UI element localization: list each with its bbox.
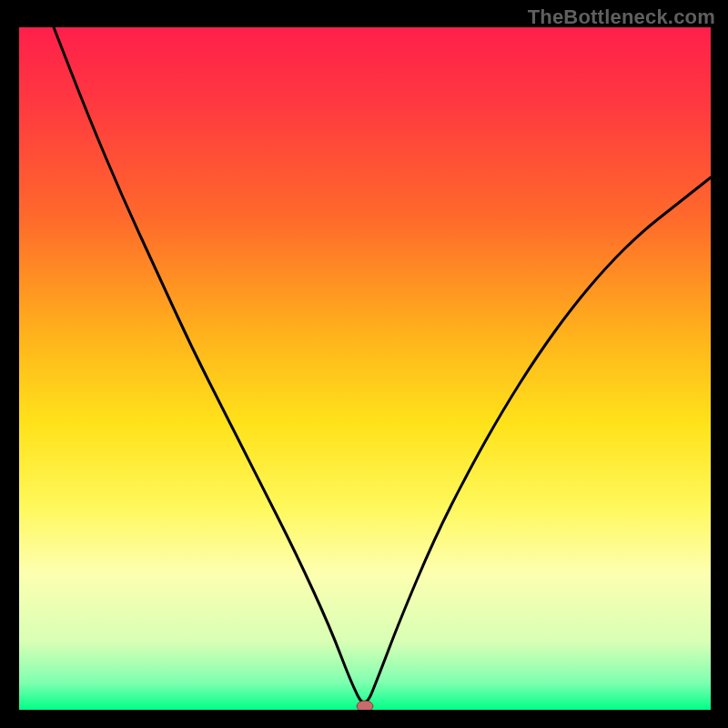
gradient-background: [19, 27, 711, 710]
chart-frame: TheBottleneck.com: [0, 0, 728, 728]
optimum-marker: [357, 701, 373, 710]
bottleneck-chart: [19, 27, 711, 710]
watermark-text: TheBottleneck.com: [528, 5, 715, 29]
plot-area: [19, 27, 711, 710]
